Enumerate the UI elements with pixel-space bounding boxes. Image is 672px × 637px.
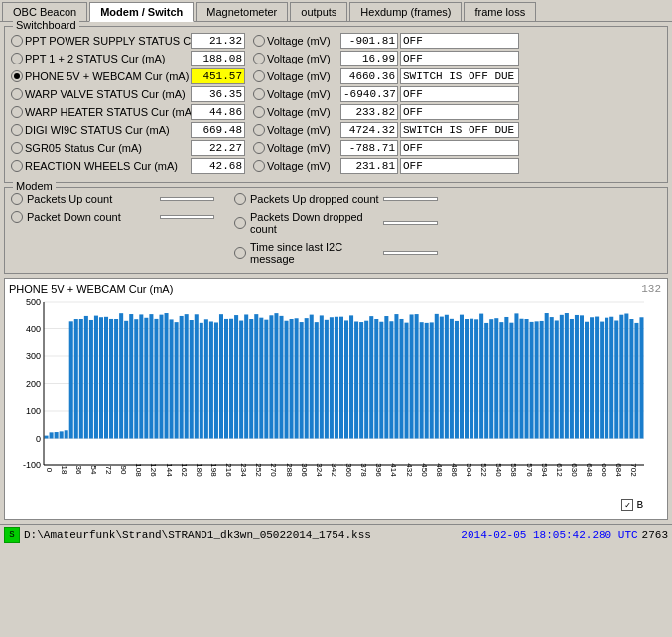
volt-label-1: Voltage (mV)	[267, 53, 338, 64]
status-icon: S	[4, 527, 20, 543]
modem-left-label-0: Packets Up count	[27, 193, 156, 205]
row-label-1: PPT 1 + 2 STATUS Cur (mA)	[25, 53, 189, 64]
tab-hexdump[interactable]: Hexdump (frames)	[349, 2, 462, 21]
modem-left-radio-1[interactable]	[11, 211, 23, 223]
status-box-4: OFF	[400, 104, 519, 120]
current-value-7: 42.68	[191, 158, 245, 174]
status-box-3: OFF	[400, 86, 519, 102]
volt-radio-0[interactable]	[253, 35, 265, 47]
volt-radio-7[interactable]	[253, 160, 265, 172]
chart-checkbox[interactable]: ✓	[621, 499, 633, 511]
row-label-5: DIGI WI9C STATUS Cur (mA)	[25, 124, 189, 136]
volt-radio-4[interactable]	[253, 106, 265, 118]
volt-value-2: 4660.36	[340, 68, 398, 84]
volt-label-6: Voltage (mV)	[267, 142, 338, 154]
radio-btn-6[interactable]	[11, 142, 23, 154]
switch-row-4: WARP HEATER STATUS Cur (mA)44.86Voltage …	[11, 104, 661, 120]
modem-left-row-1: Packet Down count	[11, 211, 214, 223]
main-window: OBC Beacon Modem / Switch Magnetometer o…	[0, 0, 672, 545]
current-value-6: 22.27	[191, 140, 245, 156]
chart-container: PHONE 5V + WEBCAM Cur (mA) 132 ✓ B	[4, 278, 668, 520]
volt-value-7: 231.81	[340, 158, 398, 174]
switch-row-1: PPT 1 + 2 STATUS Cur (mA)188.08Voltage (…	[11, 51, 661, 66]
modem-left-row-0: Packets Up count	[11, 193, 214, 205]
modem-right-row-2: Time since last I2C message	[234, 241, 438, 265]
chart-title: PHONE 5V + WEBCAM Cur (mA)	[9, 283, 663, 295]
status-box-1: OFF	[400, 51, 519, 66]
tab-frameloss[interactable]: frame loss	[464, 2, 536, 21]
volt-radio-3[interactable]	[253, 88, 265, 100]
chart-checkbox-area: ✓ B	[621, 499, 643, 511]
radio-btn-0[interactable]	[11, 35, 23, 47]
modem-cols: Packets Up count Packet Down count Packe…	[11, 191, 661, 267]
switchboard-label: Switchboard	[13, 19, 79, 31]
modem-right-radio-1[interactable]	[234, 217, 246, 229]
radio-btn-2[interactable]	[11, 70, 23, 82]
tab-modem[interactable]: Modem / Switch	[89, 2, 194, 22]
volt-value-5: 4724.32	[340, 122, 398, 138]
modem-right-val-1	[383, 221, 438, 225]
tab-magnetometer[interactable]: Magnetometer	[196, 2, 288, 21]
status-box-2: SWITCH IS OFF DUE TO MAX TI	[400, 68, 519, 84]
volt-value-3: -6940.37	[340, 86, 398, 102]
switch-row-3: WARP VALVE STATUS Cur (mA)36.35Voltage (…	[11, 86, 661, 102]
volt-value-1: 16.99	[340, 51, 398, 66]
volt-radio-2[interactable]	[253, 70, 265, 82]
radio-btn-4[interactable]	[11, 106, 23, 118]
modem-left-val-1	[160, 215, 214, 219]
radio-btn-5[interactable]	[11, 124, 23, 136]
status-box-5: SWITCH IS OFF DUE TO MAX TI	[400, 122, 519, 138]
modem-right-col: Packets Up dropped count Packets Down dr…	[234, 191, 438, 267]
current-value-5: 669.48	[191, 122, 245, 138]
row-label-2: PHONE 5V + WEBCAM Cur (mA)	[25, 70, 189, 82]
row-label-6: SGR05 Status Cur (mA)	[25, 142, 189, 154]
volt-value-6: -788.71	[340, 140, 398, 156]
switch-row-6: SGR05 Status Cur (mA)22.27Voltage (mV)-7…	[11, 140, 661, 156]
tab-outputs[interactable]: outputs	[290, 2, 347, 21]
volt-value-0: -901.81	[340, 33, 398, 49]
volt-radio-6[interactable]	[253, 142, 265, 154]
status-count: 2763	[642, 529, 668, 541]
volt-radio-5[interactable]	[253, 124, 265, 136]
modem-right-label-0: Packets Up dropped count	[250, 193, 379, 205]
volt-label-5: Voltage (mV)	[267, 124, 338, 136]
switchboard-group: Switchboard PPT POWER SUPPLY STATUS Cur …	[4, 26, 668, 183]
modem-right-radio-0[interactable]	[234, 193, 246, 205]
current-value-2: 451.57	[191, 68, 245, 84]
radio-btn-1[interactable]	[11, 53, 23, 64]
status-box-7: OFF	[400, 158, 519, 174]
modem-left-label-1: Packet Down count	[27, 211, 156, 223]
current-value-4: 44.86	[191, 104, 245, 120]
chart-number: 132	[641, 283, 661, 295]
volt-label-3: Voltage (mV)	[267, 88, 338, 100]
switch-row-5: DIGI WI9C STATUS Cur (mA)669.48Voltage (…	[11, 122, 661, 138]
modem-right-label-1: Packets Down dropped count	[250, 211, 379, 235]
radio-btn-7[interactable]	[11, 160, 23, 172]
modem-right-label-2: Time since last I2C message	[250, 241, 379, 265]
current-value-0: 21.32	[191, 33, 245, 49]
modem-left-col: Packets Up count Packet Down count	[11, 191, 214, 267]
switch-row-2: PHONE 5V + WEBCAM Cur (mA)451.57Voltage …	[11, 68, 661, 84]
volt-radio-1[interactable]	[253, 53, 265, 64]
status-path: D:\Amateurfunk\Strand\STRAND1_dk3wn_0502…	[24, 529, 457, 541]
row-label-0: PPT POWER SUPPLY STATUS Cur (mA)	[25, 35, 189, 47]
modem-left-val-0	[160, 197, 214, 201]
chart-area: ✓ B	[9, 297, 663, 515]
current-value-1: 188.08	[191, 51, 245, 66]
tab-bar: OBC Beacon Modem / Switch Magnetometer o…	[0, 0, 672, 22]
status-bar: S D:\Amateurfunk\Strand\STRAND1_dk3wn_05…	[0, 524, 672, 545]
switch-row-7: REACTION WHEELS Cur (mA)42.68Voltage (mV…	[11, 158, 661, 174]
main-content: Switchboard PPT POWER SUPPLY STATUS Cur …	[0, 22, 672, 524]
modem-right-radio-2[interactable]	[234, 247, 246, 259]
row-label-4: WARP HEATER STATUS Cur (mA)	[25, 106, 189, 118]
modem-group: Modem Packets Up count Packet Down count…	[4, 187, 668, 274]
volt-label-2: Voltage (mV)	[267, 70, 338, 82]
row-label-7: REACTION WHEELS Cur (mA)	[25, 160, 189, 172]
volt-label-7: Voltage (mV)	[267, 160, 338, 172]
modem-right-val-0	[383, 197, 438, 201]
modem-left-radio-0[interactable]	[11, 193, 23, 205]
switch-row-0: PPT POWER SUPPLY STATUS Cur (mA)21.32Vol…	[11, 33, 661, 49]
volt-value-4: 233.82	[340, 104, 398, 120]
radio-btn-3[interactable]	[11, 88, 23, 100]
status-box-0: OFF	[400, 33, 519, 49]
